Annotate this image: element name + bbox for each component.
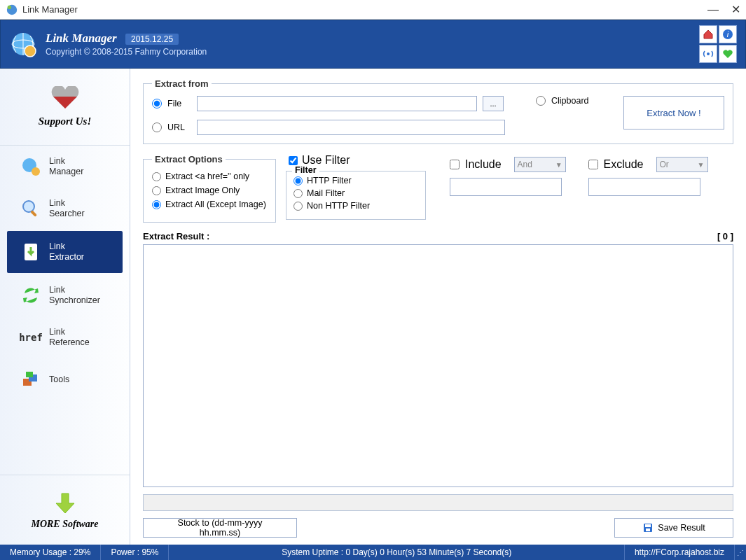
filter-legend: Filter — [292, 165, 319, 175]
svg-point-10 — [23, 201, 34, 212]
nav-label: Extractor — [49, 252, 84, 262]
support-us-button[interactable]: Support Us! — [0, 69, 130, 146]
href-icon: href — [20, 326, 42, 349]
chevron-down-icon: ▼ — [555, 161, 562, 169]
opt-label: Extract Image Only — [165, 186, 240, 195]
extract-all-radio[interactable] — [152, 200, 161, 209]
support-label: Support Us! — [39, 115, 91, 127]
exclude-label: Exclude — [604, 158, 644, 171]
exclude-text-input[interactable] — [588, 178, 700, 196]
opt-label: Extract <a href='' only — [165, 172, 249, 181]
opt-label: Non HTTP Filter — [307, 201, 370, 211]
uptime-cell: System Uptime : 0 Day(s) 0 Hour(s) 53 Mi… — [169, 545, 625, 560]
sidebar-item-link-manager[interactable]: LinkManager — [0, 146, 130, 188]
result-list[interactable] — [143, 244, 733, 487]
result-count: [ 0 ] — [717, 231, 733, 241]
nav-label: Manager — [49, 167, 83, 177]
sidebar: Support Us! LinkManager LinkSearcher Lin… — [0, 69, 130, 545]
save-icon — [642, 522, 654, 533]
website-cell[interactable]: http://FCorp.rajahost.biz — [625, 545, 735, 560]
nav-label: Reference — [49, 337, 90, 348]
info-icon: i — [722, 29, 733, 40]
opt-label: Extract All (Except Image) — [165, 200, 266, 209]
more-software-button[interactable]: MORE Software — [0, 475, 130, 545]
svg-rect-18 — [646, 528, 650, 531]
file-radio[interactable] — [152, 99, 162, 108]
copyright-text: Copyright © 2008-2015 Fahmy Corporation — [46, 47, 207, 57]
result-label: Extract Result : — [143, 231, 209, 241]
extract-href-radio[interactable] — [152, 172, 161, 181]
nav-label: Link — [49, 241, 84, 252]
home-button[interactable] — [699, 25, 717, 43]
nav-label: Link — [49, 156, 83, 167]
progress-bar — [143, 494, 733, 511]
nav-label: Synchronizer — [49, 295, 100, 306]
svg-rect-17 — [645, 524, 651, 527]
include-label: Include — [465, 158, 502, 171]
more-label: MORE Software — [31, 519, 98, 530]
nav-label: Link — [49, 327, 90, 337]
minimize-button[interactable]: — — [707, 4, 719, 16]
home-icon — [703, 29, 714, 40]
sidebar-item-link-reference[interactable]: href LinkReference — [0, 316, 130, 358]
nav-label: Searcher — [49, 209, 85, 219]
blocks-icon — [20, 368, 42, 391]
exclude-operator-select[interactable]: Or▼ — [656, 157, 708, 172]
nav-label: Link — [49, 198, 85, 209]
filter-group: Filter HTTP Filter Mail Filter Non HTTP … — [286, 171, 426, 220]
heart-icon — [722, 48, 733, 59]
resize-grip[interactable]: ⋰ — [735, 545, 746, 560]
stock-to-button[interactable]: Stock to (dd-mm-yyyy hh.mm.ss) — [143, 518, 297, 538]
use-filter-checkbox[interactable] — [289, 156, 298, 165]
sidebar-item-link-extractor[interactable]: LinkExtractor — [7, 231, 123, 273]
url-radio[interactable] — [152, 122, 162, 132]
magnifier-icon — [20, 197, 42, 220]
download-doc-icon — [20, 241, 42, 263]
globe-icon — [9, 30, 37, 58]
svg-point-7 — [707, 52, 710, 55]
donate-button[interactable] — [719, 45, 737, 63]
extract-now-button[interactable]: Extract Now ! — [623, 96, 724, 130]
version-badge: 2015.12.25 — [125, 34, 179, 45]
power-cell: Power : 95% — [101, 545, 169, 560]
save-label: Save Result — [658, 523, 705, 533]
nav-label: Link — [49, 285, 100, 295]
non-http-filter-radio[interactable] — [293, 202, 303, 211]
file-radio-label: File — [167, 99, 191, 108]
info-button[interactable]: i — [719, 25, 737, 43]
clipboard-radio-label: Clipboard — [551, 96, 589, 106]
include-checkbox[interactable] — [450, 160, 460, 169]
update-button[interactable] — [699, 45, 717, 63]
save-result-button[interactable]: Save Result — [614, 518, 733, 538]
url-input[interactable] — [197, 120, 505, 135]
extract-options-group: Extract Options Extract <a href='' only … — [143, 154, 276, 223]
include-text-input[interactable] — [450, 178, 562, 196]
browse-file-button[interactable]: ... — [483, 96, 504, 111]
heart-icon — [50, 86, 80, 110]
sidebar-item-link-searcher[interactable]: LinkSearcher — [0, 188, 130, 230]
extract-from-legend: Extract from — [152, 78, 212, 89]
svg-point-4 — [25, 46, 36, 57]
memory-usage-cell: Memory Usage : 29% — [0, 545, 101, 560]
extract-from-group: Extract from File ... URL — [143, 78, 733, 144]
svg-point-9 — [32, 167, 40, 176]
app-header: Link Manager 2015.12.25 Copyright © 2008… — [0, 20, 746, 69]
svg-point-1 — [8, 5, 11, 8]
extract-image-radio[interactable] — [152, 186, 161, 195]
http-filter-radio[interactable] — [293, 176, 303, 186]
file-path-input[interactable] — [197, 96, 477, 111]
globe-link-icon — [20, 155, 42, 178]
mail-filter-radio[interactable] — [293, 189, 303, 198]
main-panel: Extract from File ... URL — [130, 69, 746, 545]
sidebar-item-tools[interactable]: Tools — [0, 358, 130, 400]
svg-rect-15 — [26, 372, 33, 377]
url-radio-label: URL — [167, 122, 191, 132]
exclude-checkbox[interactable] — [588, 160, 598, 169]
extract-options-legend: Extract Options — [152, 154, 226, 164]
clipboard-radio[interactable] — [536, 96, 546, 106]
close-button[interactable]: ✕ — [731, 3, 740, 16]
sidebar-item-link-synchronizer[interactable]: LinkSynchronizer — [0, 274, 130, 316]
app-icon — [6, 4, 18, 16]
include-operator-select[interactable]: And▼ — [514, 157, 566, 172]
header-title: Link Manager — [46, 31, 117, 45]
